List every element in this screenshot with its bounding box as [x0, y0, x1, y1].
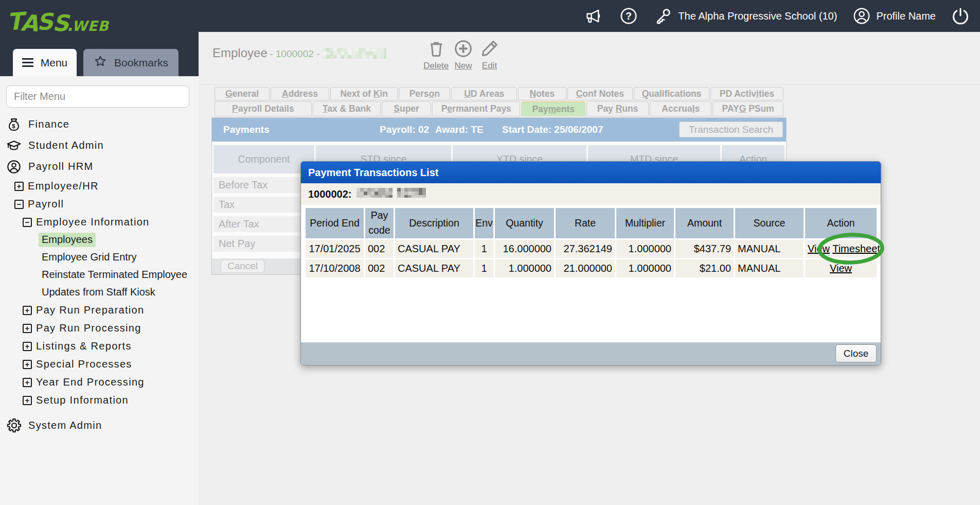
txn-col-header: Description: [395, 208, 473, 238]
announcements-icon[interactable]: [583, 7, 604, 25]
close-button[interactable]: Close: [835, 344, 877, 362]
sidebar-item-label: Student Admin: [28, 140, 104, 151]
sidebar-item-listings-reports[interactable]: +Listings & Reports: [0, 337, 199, 355]
record-tabs-row1: GeneralAddressNext of KinPersonUD AreasN…: [215, 87, 783, 100]
tab-address[interactable]: Address: [271, 87, 329, 100]
txn-cell: $21.00: [675, 259, 734, 277]
sidebar-item-finance[interactable]: $Finance: [0, 114, 199, 135]
txn-cell: 1.000000: [616, 240, 674, 258]
sidebar-item-special-processes[interactable]: +Special Processes: [0, 355, 199, 373]
tab-bookmarks[interactable]: Bookmarks: [83, 49, 179, 76]
filter-menu-input[interactable]: [6, 85, 189, 108]
star-icon: [94, 55, 107, 71]
sidebar-item-pay-run-preparation[interactable]: +Pay Run Preparation: [0, 301, 199, 319]
delete-button[interactable]: Delete: [423, 39, 449, 71]
txn-cell: 002: [365, 259, 394, 277]
tab-payg-psum[interactable]: PAYG PSum: [712, 101, 783, 116]
tab-payroll-details[interactable]: Payroll Details: [215, 101, 312, 116]
sidebar-item-employees[interactable]: Employees: [0, 231, 199, 249]
tab-accruals[interactable]: Accruals: [650, 101, 711, 116]
tab-notes[interactable]: Notes: [518, 87, 566, 100]
grad-cap-icon: [7, 138, 21, 153]
sidebar-body: $FinanceStudent AdminPayroll HRM+Employe…: [0, 76, 199, 505]
tab-pay-runs[interactable]: Pay Runs: [586, 101, 649, 116]
edit-button[interactable]: Edit: [480, 39, 499, 71]
help-icon[interactable]: ?: [619, 7, 638, 25]
delete-label: Delete: [423, 61, 449, 71]
sidebar-item-pay-run-processing[interactable]: +Pay Run Processing: [0, 319, 199, 337]
tab-pd-activities[interactable]: PD Activities: [710, 87, 783, 100]
tab-next-of-kin[interactable]: Next of Kin: [330, 87, 398, 100]
sidebar-item-employee-hr[interactable]: +Employee/HR: [0, 177, 199, 195]
summary-col-header: Component: [213, 145, 314, 173]
summary-component-cell: Before Tax: [213, 177, 314, 193]
tab-ud-areas[interactable]: UD Areas: [451, 87, 517, 100]
txn-cell: MANUAL: [735, 240, 804, 258]
sidebar-menu: $FinanceStudent AdminPayroll HRM+Employe…: [0, 114, 199, 436]
modal-employee-line: 1000002:: [301, 183, 881, 205]
svg-text:WEB: WEB: [72, 18, 110, 34]
edit-label: Edit: [480, 61, 499, 71]
expand-icon[interactable]: +: [23, 378, 32, 387]
record-tabs-row2: Payroll DetailsTax & BankSuperPermanent …: [215, 101, 783, 116]
sidebar-item-employee-information[interactable]: −Employee Information: [0, 213, 199, 231]
txn-row: 17/10/2008002CASUAL PAY11.00000021.00000…: [306, 259, 877, 277]
collapse-icon[interactable]: −: [23, 218, 32, 227]
gear-icon: [7, 419, 21, 433]
txn-col-header: Period End: [306, 208, 364, 238]
view-link[interactable]: View: [830, 263, 852, 274]
cancel-button[interactable]: Cancel: [221, 259, 264, 273]
modal-employee-name-redacted2: [397, 188, 426, 200]
txn-action-cell: View: [805, 259, 877, 277]
sidebar-header: T A S S . WEB Menu Bookma: [0, 0, 199, 76]
tab-conf-notes[interactable]: Conf Notes: [567, 87, 633, 100]
view-link[interactable]: View: [808, 243, 830, 254]
timesheet-link[interactable]: Timesheet: [832, 243, 880, 254]
payments-panel-header: Payments Payroll: 02 Award: TE Start Dat…: [212, 118, 786, 142]
expand-icon[interactable]: +: [23, 324, 32, 333]
content-header: Employee - 1000002 - Delete New Edit: [199, 32, 980, 85]
sidebar-item-reinstate-terminated-employee[interactable]: Reinstate Terminated Employee: [0, 266, 199, 284]
new-button[interactable]: New: [454, 39, 473, 71]
txn-row: 17/01/2025002CASUAL PAY116.00000027.3621…: [306, 240, 877, 258]
profile-menu[interactable]: Profile Name: [852, 7, 936, 25]
payroll-value: Payroll: 02: [380, 124, 429, 135]
sidebar-item-employee-grid-entry[interactable]: Employee Grid Entry: [0, 249, 199, 266]
sidebar-item-year-end-processing[interactable]: +Year End Processing: [0, 373, 199, 391]
tab-payments[interactable]: Payments: [521, 101, 585, 116]
expand-icon[interactable]: +: [23, 342, 32, 351]
sidebar-item-setup-information[interactable]: +Setup Information: [0, 391, 199, 409]
tab-person[interactable]: Person: [399, 87, 450, 100]
expand-icon[interactable]: +: [23, 360, 32, 369]
school-selector[interactable]: The Alpha Progressive School (10): [653, 6, 837, 26]
modal-employee-name-redacted: [357, 188, 393, 200]
modal-empty-space: [301, 279, 881, 343]
tab-super[interactable]: Super: [382, 101, 431, 116]
person-circle-icon: [7, 160, 21, 174]
tab-qualifications[interactable]: Qualifications: [634, 87, 709, 100]
txn-cell: 1.000000: [495, 259, 554, 277]
sidebar-item-label: Setup Information: [36, 394, 129, 406]
txn-col-header: Amount: [675, 208, 734, 238]
txn-cell: 1.000000: [616, 259, 674, 277]
profile-name: Profile Name: [876, 10, 936, 22]
expand-icon[interactable]: +: [23, 396, 32, 405]
tab-menu[interactable]: Menu: [13, 49, 77, 76]
expand-icon[interactable]: +: [14, 182, 24, 191]
collapse-icon[interactable]: −: [14, 200, 24, 209]
txn-col-header: Paycode: [365, 208, 394, 238]
tab-general[interactable]: General: [215, 87, 270, 100]
logout-icon[interactable]: [951, 7, 970, 25]
sidebar-item-payroll[interactable]: −Payroll: [0, 195, 199, 213]
txn-cell: CASUAL PAY: [395, 240, 473, 258]
tab-menu-label: Menu: [41, 57, 68, 69]
transaction-search-button[interactable]: Transaction Search: [679, 121, 783, 137]
sidebar-item-updates-from-staff-kiosk[interactable]: Updates from Staff Kiosk: [0, 284, 199, 301]
tab-permanent-pays[interactable]: Permanent Pays: [432, 101, 520, 116]
sidebar-item-system-admin[interactable]: System Admin: [0, 415, 199, 436]
sidebar-item-student-admin[interactable]: Student Admin: [0, 135, 199, 156]
key-icon: [653, 6, 673, 26]
expand-icon[interactable]: +: [23, 306, 32, 315]
tab-tax-amp-bank[interactable]: Tax & Bank: [313, 101, 381, 116]
sidebar-item-payroll-hrm[interactable]: Payroll HRM: [0, 156, 199, 177]
